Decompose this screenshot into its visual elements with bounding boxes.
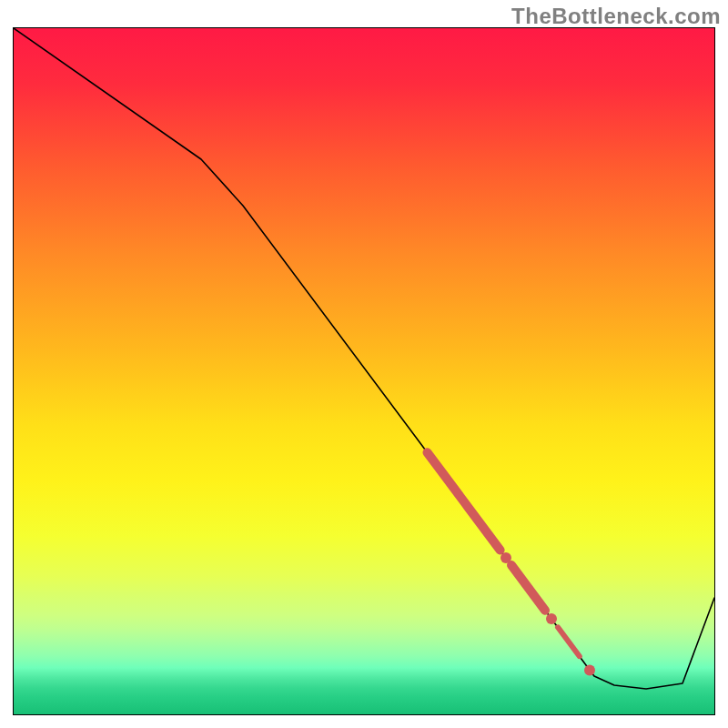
highlight-segment — [558, 627, 580, 656]
highlight-segment — [428, 452, 500, 550]
main-curve-path — [14, 28, 714, 689]
highlight-dot — [546, 613, 557, 624]
chart-stage: TheBottleneck.com — [0, 0, 728, 728]
watermark-text: TheBottleneck.com — [511, 4, 721, 29]
plot-area — [13, 27, 715, 715]
highlight-segment — [511, 565, 545, 611]
curve-layer — [14, 28, 714, 714]
highlight-dot — [584, 665, 595, 676]
plot-inner — [14, 28, 714, 714]
highlight-dot — [500, 552, 511, 563]
highlight-group — [428, 452, 596, 675]
